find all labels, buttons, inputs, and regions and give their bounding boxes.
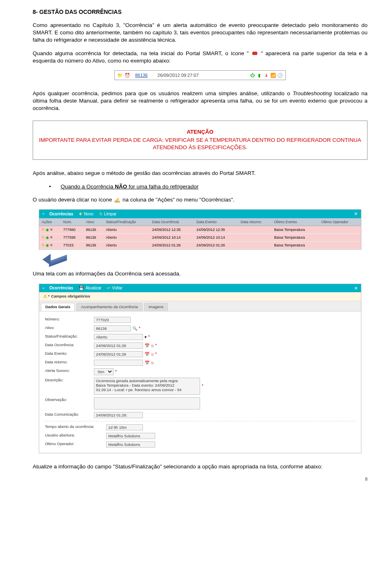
panel2-title: Ocorrências — [49, 285, 73, 291]
p3-a: Após qualquer ocorrência, pedimos para q… — [33, 90, 293, 96]
tab-imagens[interactable]: Imagens — [144, 303, 168, 311]
cell-num: 777860 — [61, 226, 84, 233]
cell-num: 77023 — [61, 242, 84, 249]
clear-icon[interactable]: ⦸ — [151, 351, 154, 357]
novo-button[interactable]: ✚ Novo — [79, 211, 93, 217]
save-icon: 💾 — [79, 285, 84, 291]
th-data-ev[interactable]: Data Evento — [194, 218, 238, 226]
bullet-1-bold: NÃO — [115, 184, 127, 190]
required-icon: * — [202, 383, 203, 389]
delete-icon[interactable]: ✕ — [50, 227, 53, 232]
chevron-down-icon[interactable]: ▾ — [145, 334, 147, 340]
usr-ab-label: Usuário abertura: — [45, 433, 106, 438]
data-oco-input[interactable] — [94, 342, 143, 349]
chevron-left-icon[interactable]: « — [42, 211, 44, 216]
plus-icon: ✚ — [79, 211, 82, 217]
status-bar-datetime: 26/09/2012 09:27:07 — [158, 72, 199, 78]
occurrences-table-screenshot: « Ocorrências ✚ Novo ↻ Limpar ✕ Ações Nu… — [39, 209, 361, 250]
bullet-1: Quando a Ocorrência NÃO for uma falha do… — [49, 183, 368, 190]
data-com-input[interactable] — [94, 412, 143, 418]
view-icon[interactable]: ◉ — [46, 227, 49, 232]
th-data-oco[interactable]: Data Ocorrência — [149, 218, 194, 226]
section-title: 8- GESTÃO DAS OCORRÊNCIAS — [33, 8, 368, 16]
status-bar-ativo-link[interactable]: 86136 — [135, 72, 148, 78]
clock-icon: 🕒 — [277, 72, 283, 78]
data-ret-input[interactable] — [94, 360, 143, 366]
expand-icon[interactable]: ✕ — [354, 285, 358, 291]
cell-data-ret — [238, 226, 272, 233]
edit-icon[interactable]: ✎ — [42, 243, 45, 248]
status-label: Status/Finalização: — [45, 334, 94, 339]
obs-textarea[interactable] — [94, 397, 200, 410]
calendar-icon[interactable]: 📅 — [145, 360, 149, 366]
view-icon[interactable]: ◉ — [46, 235, 49, 240]
cell-status: Aberto — [103, 234, 149, 242]
req-label: Campos obrigatórios — [51, 294, 90, 298]
novo-label: Novo — [84, 211, 93, 217]
paragraph-7: Atualize a informação do campo "Status/F… — [33, 463, 368, 470]
required-fields-bar: ⚠ *Campos obrigatórios — [39, 292, 361, 301]
data-ret-label: Data retorno: — [45, 360, 94, 365]
voltar-button[interactable]: ↩ Voltar — [107, 285, 122, 291]
expand-icon[interactable]: ✕ — [354, 211, 358, 217]
attention-box: ATENÇÃO IMPORTANTE PARA EVITAR PERDA DE … — [33, 121, 368, 160]
calendar-icon[interactable]: 📅 — [145, 343, 149, 349]
panel2-header: « Ocorrências 💾 Atualizar ↩ Voltar ✕ — [39, 284, 361, 293]
cell-ult-op — [319, 226, 361, 233]
tab-acompanhamento[interactable]: Acompanhamento da Ocorrência — [76, 303, 142, 311]
atualizar-label: Atualizar — [85, 285, 101, 291]
cell-ult-ev: Baixa Temperatura — [272, 226, 318, 233]
delete-icon[interactable]: ✕ — [50, 243, 53, 248]
view-icon[interactable]: ◉ — [46, 243, 49, 248]
cell-status: Aberto — [103, 226, 149, 233]
cell-ult-ev: Baixa Temperatura — [272, 242, 318, 249]
cell-ativo: 86136 — [83, 234, 103, 242]
cell-data-ev: 24/09/2012 10:14 — [194, 234, 238, 242]
th-data-ret[interactable]: Data retorno — [238, 218, 272, 226]
bullet-1b: for uma falha do refrigerador — [127, 184, 198, 190]
clear-icon[interactable]: ⦸ — [151, 343, 154, 349]
chevron-left-icon[interactable]: « — [42, 286, 44, 291]
th-ult-op[interactable]: Último Operador — [319, 218, 361, 226]
desc-label: Descrição: — [45, 378, 94, 383]
table-row[interactable]: ✎◉✕7702386136Aberto24/09/2012 01:2624/09… — [39, 242, 361, 249]
edit-icon[interactable]: ✎ — [42, 227, 45, 232]
power-icon: ⏻ — [249, 72, 255, 78]
numero-input[interactable] — [94, 317, 131, 323]
cell-data-oco: 24/09/2012 01:26 — [149, 242, 194, 249]
folder-icon: 📁 — [117, 72, 123, 78]
usr-ab-input — [106, 433, 155, 439]
panel1-title: Ocorrências — [49, 211, 73, 217]
thermometer-icon: 🌡 — [263, 72, 269, 78]
table-row[interactable]: ✎◉✕77759586136Aberto24/09/2012 10:1424/0… — [39, 234, 361, 242]
delete-icon[interactable]: ✕ — [50, 235, 53, 240]
status-bar: 📁 ⏰ 86136 26/09/2012 09:27:07 ⏻ ▮ 🌡 📶 🕒 — [114, 70, 286, 80]
required-icon: * — [139, 326, 140, 331]
calendar-icon[interactable]: 📅 — [145, 351, 149, 357]
desc-textarea[interactable]: Ocorrencia gerada automaticamente pela r… — [94, 378, 200, 395]
th-ativo[interactable]: Ativo — [83, 218, 103, 226]
th-ult-ev[interactable]: Último Evento — [272, 218, 318, 226]
tab-dados-gerais[interactable]: Dados Gerais — [41, 303, 75, 311]
clear-icon[interactable]: ⦸ — [151, 360, 154, 366]
cell-data-ret — [238, 242, 272, 249]
intro-paragraph-2: Quando alguma ocorrência for detectada, … — [33, 50, 368, 65]
ativo-input[interactable] — [94, 325, 131, 331]
paragraph-6: Uma tela com as informações da Ocorrênci… — [33, 270, 368, 278]
th-num[interactable]: Num. — [61, 218, 84, 226]
data-oco-label: Data Ocorrência: — [45, 342, 94, 348]
table-row[interactable]: ✎◉✕77786086136Aberto24/09/2012 12:3524/0… — [39, 226, 361, 233]
edit-icon[interactable]: ✎ — [42, 235, 45, 240]
atualizar-button[interactable]: 💾 Atualizar — [79, 285, 101, 291]
battery-icon: ▮ — [256, 72, 262, 78]
panel1-header: « Ocorrências ✚ Novo ↻ Limpar ✕ — [39, 210, 361, 218]
limpar-button[interactable]: ↻ Limpar — [99, 211, 117, 217]
occurrences-table: Ações Num. Ativo Status/Finalização Data… — [39, 218, 361, 250]
alerta-select[interactable]: Sim — [94, 368, 114, 375]
status-input[interactable] — [94, 334, 143, 340]
th-acoes[interactable]: Ações — [39, 218, 61, 226]
th-status[interactable]: Status/Finalização — [103, 218, 149, 226]
data-ev-input[interactable] — [94, 351, 143, 357]
data-com-label: Data Comunicação: — [45, 412, 94, 417]
search-icon[interactable]: 🔍 — [132, 326, 137, 331]
